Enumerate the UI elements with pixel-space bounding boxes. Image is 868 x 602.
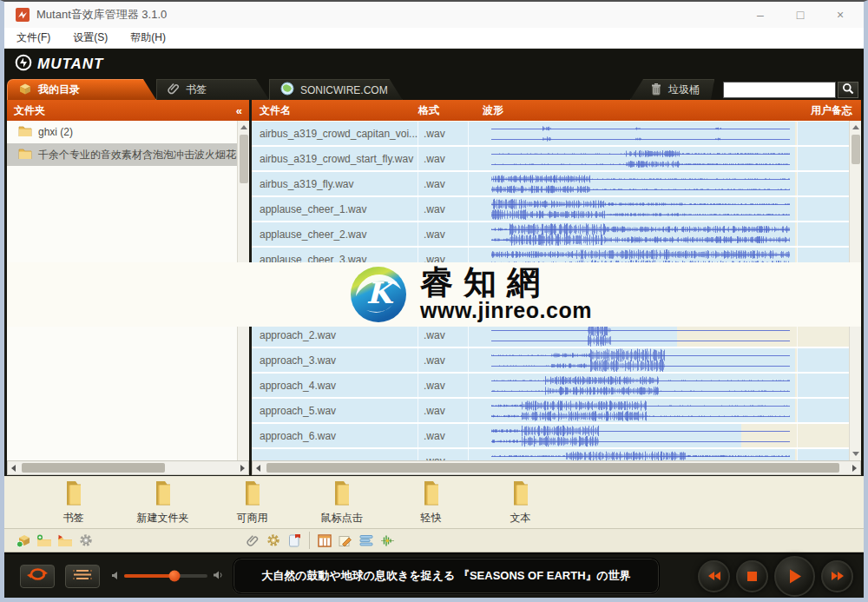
menu-bar: 文件(F) 设置(S) 帮助(H): [4, 28, 864, 49]
list-view-icon[interactable]: [356, 531, 377, 550]
scrollbar-thumb[interactable]: [240, 135, 248, 183]
maximize-button[interactable]: □: [780, 2, 820, 28]
folders-hscrollbar[interactable]: [7, 460, 249, 475]
player-bar: 大自然の鼓動や地球の息吹きを捉える 『SEASONS OF EARTH』の世界: [4, 552, 864, 598]
volume-thumb[interactable]: [168, 571, 180, 582]
watermark-site-url: www.jinreo.com: [420, 299, 592, 323]
shortcut-folder[interactable]: 鼠标点击: [297, 476, 386, 528]
file-name: applause_cheer_2.wav: [252, 222, 418, 246]
volume-control: [111, 568, 224, 584]
scrollbar-thumb[interactable]: [266, 463, 839, 473]
scroll-up-arrow[interactable]: [240, 125, 247, 129]
big-folder-icon: [510, 480, 532, 509]
playlist-button[interactable]: [65, 565, 100, 588]
scrollbar-thumb[interactable]: [852, 135, 860, 164]
search-button[interactable]: [838, 82, 858, 98]
scrollbar-thumb[interactable]: [22, 463, 165, 473]
file-name: approach_5.wav: [252, 399, 418, 422]
waveform-cell: [469, 348, 797, 372]
collapse-panel-button[interactable]: «: [236, 104, 242, 117]
waveform-cell: [469, 449, 797, 460]
file-row[interactable]: airbus_a319_crowd_start_fly.wav .wav: [252, 147, 849, 170]
stop-button[interactable]: [736, 560, 768, 592]
menu-settings[interactable]: 设置(S): [73, 30, 108, 45]
file-row[interactable]: approach_6.wav .wav: [252, 424, 849, 447]
package-icon: [18, 83, 32, 97]
rewind-button[interactable]: [698, 560, 730, 592]
waveform-tool-icon[interactable]: [377, 531, 398, 550]
column-memo[interactable]: 用户备忘: [785, 103, 861, 118]
scroll-right-arrow[interactable]: [240, 465, 245, 472]
file-list-header: 文件名 格式 波形 用户备忘: [252, 100, 861, 121]
export-folder-icon[interactable]: [55, 531, 76, 550]
waveform-canvas: [469, 424, 795, 447]
file-name: airbus_a319_crowd_capitan_voi...: [252, 122, 418, 145]
bookmark-box-icon[interactable]: [13, 531, 34, 550]
shortcut-folder[interactable]: 轻快: [386, 476, 476, 528]
file-list-hscrollbar[interactable]: [252, 460, 861, 475]
tab-trash[interactable]: 垃圾桶: [630, 79, 714, 100]
file-row[interactable]: .wav: [252, 449, 849, 460]
settings-gear-icon[interactable]: [76, 531, 96, 550]
volume-slider[interactable]: [124, 574, 207, 578]
minimize-button[interactable]: –: [740, 2, 780, 28]
file-format: .wav: [418, 449, 469, 460]
flagged-page-icon[interactable]: [284, 531, 305, 550]
waveform-cell: [469, 172, 797, 195]
menu-file[interactable]: 文件(F): [16, 30, 50, 45]
folder-tree-item[interactable]: ghxi (2): [7, 121, 237, 143]
scroll-left-arrow[interactable]: [11, 465, 16, 472]
loop-button[interactable]: [20, 565, 55, 588]
table-view-icon[interactable]: [314, 531, 335, 550]
folder-tree-item[interactable]: 千余个专业的音效素材含泡泡冲击波火烟花: [7, 143, 237, 166]
memo-cell: [797, 147, 849, 170]
volume-down-icon[interactable]: [111, 568, 119, 584]
file-name: approach_3.wav: [252, 348, 418, 372]
file-row[interactable]: airbus_a319_crowd_capitan_voi... .wav: [252, 122, 849, 145]
scroll-right-arrow[interactable]: [852, 465, 857, 472]
column-waveform[interactable]: 波形: [470, 103, 785, 118]
shortcut-folder-label: 可商用: [237, 511, 268, 526]
tab-my-directory[interactable]: 我的目录: [7, 79, 156, 100]
shortcut-folder[interactable]: 文本: [476, 476, 565, 528]
brand-logo-text: MUTANT: [37, 56, 104, 73]
shortcut-folder[interactable]: 新建文件夹: [118, 476, 207, 528]
edit-memo-icon[interactable]: [335, 531, 356, 550]
watermark-site-name: 睿知網: [420, 266, 550, 299]
file-row[interactable]: applause_cheer_1.wav .wav: [252, 197, 849, 221]
scroll-down-arrow[interactable]: [852, 452, 859, 456]
fast-forward-button[interactable]: [821, 560, 853, 592]
file-row[interactable]: applause_cheer_2.wav .wav: [252, 222, 849, 246]
waveform-cell: [469, 323, 797, 347]
new-folder-icon[interactable]: [34, 531, 55, 550]
waveform-cell: [469, 122, 797, 145]
column-format[interactable]: 格式: [418, 103, 470, 118]
memo-cell: [797, 323, 849, 347]
shortcut-folders: 书签 新建文件夹 可商用 鼠标点击 轻快 文本: [4, 476, 864, 528]
waveform-canvas: [469, 172, 795, 195]
file-row[interactable]: approach_3.wav .wav: [252, 348, 849, 372]
waveform-canvas: [469, 323, 795, 347]
shortcut-folder[interactable]: 可商用: [207, 476, 297, 528]
file-row[interactable]: airbus_a319_fly.wav .wav: [252, 172, 849, 195]
memo-cell: [797, 424, 849, 447]
play-button[interactable]: [774, 556, 815, 597]
column-filename[interactable]: 文件名: [252, 103, 418, 118]
scroll-left-arrow[interactable]: [256, 465, 260, 472]
tab-sonicwire[interactable]: SONICWIRE.COM: [269, 79, 403, 100]
file-row[interactable]: approach_2.wav .wav: [252, 323, 849, 347]
shortcut-folder[interactable]: 书签: [29, 476, 118, 528]
close-button[interactable]: ×: [820, 2, 860, 28]
search-input[interactable]: [723, 82, 836, 98]
menu-help[interactable]: 帮助(H): [130, 30, 166, 45]
toolbar-separator: [309, 532, 310, 549]
file-row[interactable]: approach_4.wav .wav: [252, 374, 849, 397]
file-row[interactable]: approach_5.wav .wav: [252, 399, 849, 422]
attach-icon[interactable]: [242, 531, 263, 550]
tab-bookmarks[interactable]: 书签: [156, 79, 269, 100]
process-gear-icon[interactable]: [263, 531, 284, 550]
file-name: applause_cheer_1.wav: [252, 197, 418, 221]
volume-up-icon[interactable]: [213, 568, 224, 584]
trash-icon: [650, 83, 662, 98]
scroll-up-arrow[interactable]: [852, 125, 859, 129]
